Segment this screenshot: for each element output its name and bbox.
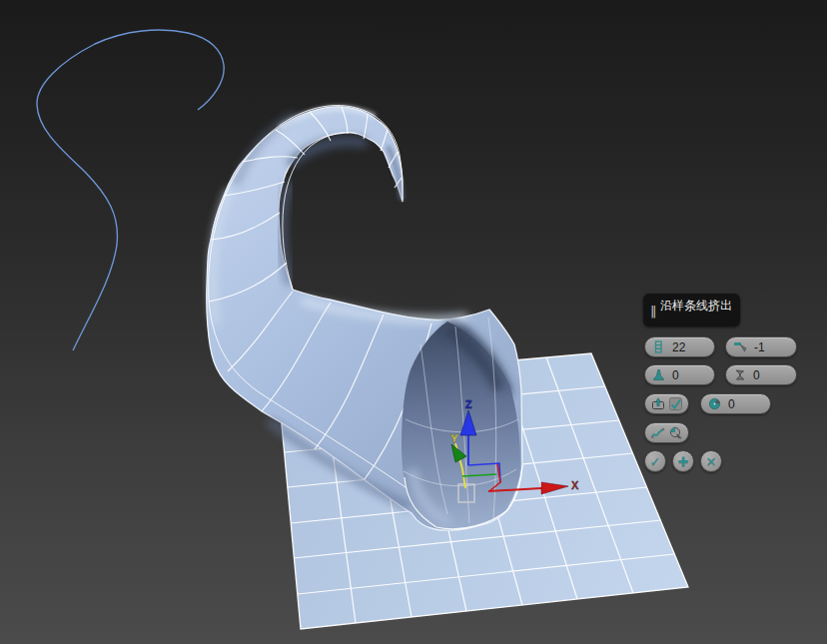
rotation-icon xyxy=(708,397,721,410)
caddy-title-label: 沿样条线挤出 xyxy=(660,298,732,315)
ok-button[interactable]: ✓ xyxy=(644,450,666,472)
apply-and-continue-button[interactable]: ✚ xyxy=(672,450,694,472)
source-spline[interactable] xyxy=(37,30,224,350)
taper-curve-value: 0 xyxy=(672,369,679,381)
caddy-title-bar[interactable]: ‖ 沿样条线挤出 xyxy=(643,294,740,326)
twist-field[interactable]: 0 xyxy=(725,364,797,385)
pick-spline-icon xyxy=(669,426,682,439)
segments-value: 22 xyxy=(672,341,685,353)
taper-amount-value: -1 xyxy=(754,341,765,353)
gizmo-z-label: Z xyxy=(465,398,472,410)
align-checked-icon xyxy=(669,397,682,410)
rotation-field[interactable]: 0 xyxy=(700,393,771,414)
spline-icon xyxy=(651,426,665,439)
gizmo-y-label: Y xyxy=(450,432,458,444)
cancel-button[interactable]: ✕ xyxy=(700,450,722,472)
rotation-value: 0 xyxy=(728,398,735,410)
align-to-face-normal-toggle[interactable] xyxy=(644,393,689,414)
ok-check-icon: ✓ xyxy=(650,454,661,469)
pick-spline-group[interactable] xyxy=(644,422,689,443)
segments-field[interactable]: 22 xyxy=(644,336,715,357)
segments-icon xyxy=(652,340,665,353)
twist-value: 0 xyxy=(753,369,760,381)
taper-amount-icon xyxy=(733,340,747,353)
caddy-drag-handle-icon[interactable]: ‖ xyxy=(650,304,657,319)
extrude-along-spline-caddy: ‖ 沿样条线挤出 22 -1 0 0 xyxy=(643,293,821,484)
gizmo-x-label: X xyxy=(571,479,579,491)
align-face-normal-icon xyxy=(651,397,665,410)
viewport-background: Z Y X ‖ 沿样条线挤出 22 -1 xyxy=(0,0,827,644)
taper-curve-field[interactable]: 0 xyxy=(644,364,715,385)
twist-icon xyxy=(733,368,746,381)
taper-curve-icon xyxy=(652,368,665,381)
taper-amount-field[interactable]: -1 xyxy=(725,336,797,357)
extruded-tube-mesh[interactable] xyxy=(207,106,522,531)
plus-icon: ✚ xyxy=(678,454,689,469)
cancel-x-icon: ✕ xyxy=(706,454,717,469)
